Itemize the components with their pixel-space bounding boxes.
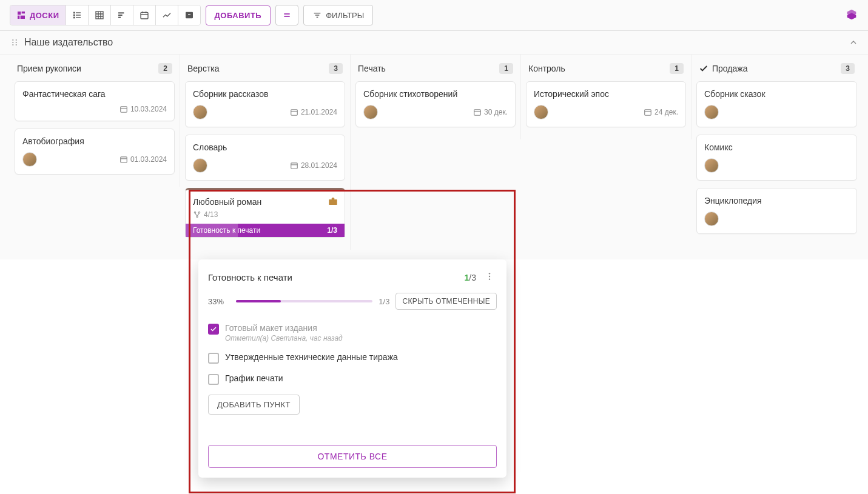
svg-rect-5 — [76, 12, 81, 13]
calendar-icon — [119, 155, 128, 164]
column-control: Контроль 1 Исторический эпос 24 дек. — [521, 55, 691, 139]
gantt-icon — [117, 10, 127, 20]
view-list-button[interactable] — [66, 5, 89, 25]
svg-point-34 — [16, 44, 17, 45]
svg-rect-37 — [121, 157, 127, 162]
svg-rect-3 — [21, 16, 25, 19]
avatar — [193, 105, 207, 119]
drag-handle-icon[interactable] — [10, 38, 19, 47]
filters-label: ФИЛЬТРЫ — [326, 11, 364, 20]
avatar — [22, 152, 37, 167]
svg-rect-41 — [291, 163, 298, 169]
view-gantt-button[interactable] — [111, 5, 133, 25]
svg-rect-23 — [188, 15, 190, 15]
top-toolbar: ДОСКИ ДОБАВИТЬ ФИЛЬТРЫ — [0, 0, 868, 31]
column-header: Прием рукописи 2 — [15, 59, 175, 81]
boards-icon — [16, 10, 26, 20]
app-logo-icon[interactable] — [845, 8, 858, 22]
card-title: Автобиография — [22, 136, 167, 146]
avatar — [704, 105, 719, 119]
card[interactable]: Сборник рассказов 21.01.2024 — [185, 81, 345, 127]
progress-strip: Готовность к печати 1/3 — [186, 224, 345, 237]
view-table-button[interactable] — [89, 5, 111, 25]
progress-fraction: 1/3 — [327, 226, 337, 235]
svg-rect-2 — [18, 16, 19, 19]
card[interactable]: Словарь 28.01.2024 — [185, 135, 345, 181]
svg-rect-9 — [76, 17, 81, 18]
svg-rect-35 — [121, 107, 127, 112]
svg-rect-47 — [474, 110, 481, 115]
card[interactable]: Сборник стихотворений 30 дек. — [355, 81, 516, 127]
card-title: Энциклопедия — [704, 196, 849, 205]
svg-rect-1 — [22, 12, 25, 13]
card-title: Комикс — [704, 142, 849, 152]
column-count-badge: 3 — [841, 63, 855, 74]
svg-point-29 — [12, 39, 13, 41]
card-date: 24 дек. — [644, 108, 678, 116]
menu-button[interactable] — [275, 5, 298, 25]
card[interactable]: Сборник сказок — [696, 81, 857, 127]
chevron-up-icon[interactable] — [849, 38, 858, 47]
calendar-icon — [119, 105, 128, 113]
card[interactable]: Фантастическая сага 10.03.2024 — [15, 81, 175, 121]
svg-rect-7 — [76, 15, 81, 15]
filter-icon — [312, 10, 322, 20]
branch-icon — [193, 210, 201, 219]
progress-label: Готовность к печати — [193, 226, 260, 235]
view-calendar-button[interactable] — [133, 5, 156, 25]
column-count-badge: 1 — [670, 63, 684, 74]
column-header: Контроль 1 — [526, 59, 686, 81]
column-title: Прием рукописи — [17, 64, 81, 73]
column-header: Продажа 3 — [696, 59, 857, 81]
avatar — [704, 158, 719, 173]
column-count-badge: 3 — [329, 63, 343, 74]
svg-rect-4 — [73, 12, 75, 14]
svg-point-30 — [12, 42, 13, 43]
calendar-icon — [644, 108, 652, 116]
add-button-label: ДОБАВИТЬ — [215, 11, 262, 20]
card-title: Сборник сказок — [704, 89, 849, 99]
add-button[interactable]: ДОБАВИТЬ — [206, 5, 271, 25]
svg-rect-6 — [73, 15, 75, 16]
column-print: Печать 1 Сборник стихотворений 30 дек. — [351, 55, 521, 139]
archive-icon — [184, 10, 194, 20]
avatar — [704, 212, 719, 226]
svg-rect-8 — [73, 17, 75, 19]
column-header: Печать 1 — [355, 59, 516, 81]
card[interactable]: Комикс — [696, 135, 857, 181]
card-expanded[interactable]: Любовный роман 4/13 Готовность к печати … — [185, 188, 345, 238]
svg-rect-49 — [645, 110, 651, 115]
column-count-badge: 2 — [158, 63, 172, 74]
view-boards-button[interactable]: ДОСКИ — [10, 5, 66, 25]
column-title: Продажа — [699, 64, 747, 73]
svg-rect-15 — [118, 12, 124, 13]
card-title: Сборник стихотворений — [363, 89, 508, 99]
avatar — [363, 105, 378, 119]
briefcase-icon — [328, 196, 338, 209]
svg-point-44 — [194, 212, 195, 213]
card[interactable]: Исторический эпос 24 дек. — [526, 81, 686, 127]
menu-lines-icon — [282, 10, 292, 20]
svg-point-33 — [16, 42, 17, 43]
card[interactable]: Автобиография 01.03.2024 — [15, 129, 175, 175]
column-header: Верстка 3 — [185, 59, 345, 81]
board-header: Наше издательство — [0, 31, 868, 55]
column-title: Верстка — [187, 64, 220, 73]
subtask-count: 4/13 — [193, 210, 337, 219]
view-archive-button[interactable] — [178, 5, 200, 25]
card[interactable]: Энциклопедия — [696, 188, 857, 234]
card-date: 21.01.2024 — [290, 108, 337, 116]
card-date: 10.03.2024 — [119, 105, 167, 113]
filters-button[interactable]: ФИЛЬТРЫ — [303, 5, 373, 25]
calendar-icon — [473, 108, 482, 116]
svg-point-31 — [12, 44, 13, 45]
svg-rect-10 — [96, 12, 103, 19]
card-title: Любовный роман — [193, 197, 337, 207]
kanban-board: Прием рукописи 2 Фантастическая сага 10.… — [0, 55, 868, 259]
board-title: Наше издательство — [24, 37, 113, 48]
chart-icon — [162, 10, 172, 20]
svg-point-46 — [197, 216, 198, 217]
view-chart-button[interactable] — [156, 5, 178, 25]
column-title: Контроль — [528, 64, 565, 73]
column-title: Печать — [358, 64, 386, 73]
